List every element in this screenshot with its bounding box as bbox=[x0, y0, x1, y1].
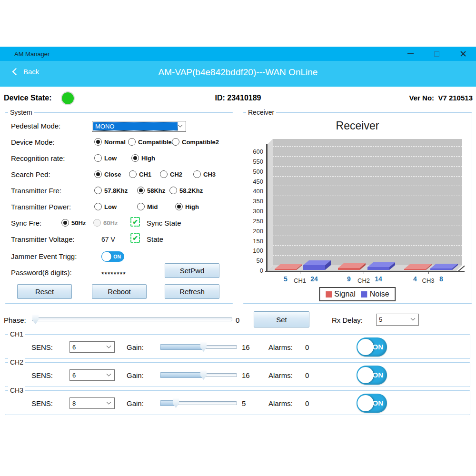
radio-search-ped-close[interactable]: Close bbox=[94, 170, 121, 178]
search-ped-label: Search Ped: bbox=[11, 170, 50, 178]
chart-back-wall bbox=[273, 139, 462, 265]
ch1-toggle[interactable]: ON bbox=[357, 337, 387, 357]
ch1-group-label: CH1 bbox=[8, 330, 25, 338]
phase-slider[interactable] bbox=[32, 314, 232, 325]
device-id: ID: 23410189 bbox=[0, 94, 476, 102]
radio-icon bbox=[193, 170, 201, 178]
radio-recognition-low[interactable]: Low bbox=[94, 154, 117, 162]
ch3-sens-select[interactable]: 8 bbox=[69, 397, 115, 409]
y-tick-label: 100 bbox=[244, 247, 263, 254]
ch2-gain-slider[interactable] bbox=[160, 370, 237, 380]
close-button[interactable] bbox=[450, 47, 476, 61]
radio-power-high[interactable]: High bbox=[175, 203, 199, 210]
ch2-sens-label: SENS: bbox=[31, 371, 53, 379]
radio-fre-58[interactable]: 58Khz bbox=[137, 187, 165, 194]
radio-device-mode-normal[interactable]: Normal bbox=[94, 138, 126, 146]
ch3-gain-slider[interactable] bbox=[160, 398, 237, 408]
radio-power-mid[interactable]: Mid bbox=[137, 203, 158, 210]
gridline bbox=[273, 216, 462, 216]
slider-thumb[interactable] bbox=[32, 315, 39, 324]
ch1-gain-slider[interactable] bbox=[160, 342, 237, 352]
x-category-label-CH1: CH1 bbox=[294, 277, 306, 284]
gridline bbox=[273, 255, 462, 256]
receiver-group: Receiver Receiver 0501001502002503003504… bbox=[243, 112, 472, 304]
radio-icon bbox=[94, 138, 102, 146]
slider-thumb[interactable] bbox=[200, 342, 207, 352]
ch3-alarms-label: Alarms: bbox=[268, 399, 293, 407]
x-value-label-Signal-CH1: 5 bbox=[284, 275, 288, 283]
transmitter-fre-label: Transmitter Fre: bbox=[11, 187, 61, 195]
gridline bbox=[273, 146, 462, 147]
radio-sync-60hz[interactable]: 60Hz bbox=[93, 219, 118, 227]
gridline bbox=[273, 196, 462, 196]
chart-left-wall bbox=[267, 139, 273, 271]
radio-device-mode-compatible2[interactable]: Compatible2 bbox=[172, 138, 219, 146]
legend-swatch-Signal bbox=[326, 291, 332, 298]
x-value-label-Signal-CH2: 9 bbox=[347, 275, 351, 283]
ch2-group: CH2 SENS: 6 Gain: 16 Alarms: 0 ON bbox=[5, 362, 470, 387]
refresh-button[interactable]: Refresh bbox=[165, 284, 219, 299]
ch2-toggle[interactable]: ON bbox=[357, 366, 387, 385]
toggle-knob bbox=[357, 339, 374, 355]
ch1-sens-select[interactable]: 6 bbox=[69, 341, 115, 353]
y-tick-label: 50 bbox=[244, 257, 263, 264]
reset-button[interactable]: Reset bbox=[17, 284, 72, 299]
ch1-alarms-value: 0 bbox=[305, 343, 309, 351]
transmitter-power-label: Transmitter Power: bbox=[11, 203, 71, 211]
status-row: Device State: ID: 23410189 Ver No: V7 21… bbox=[0, 90, 476, 108]
pedestal-mode-select[interactable]: MONO bbox=[92, 121, 186, 132]
sync-state-label: Sync State bbox=[147, 219, 181, 227]
radio-power-low[interactable]: Low bbox=[94, 203, 117, 210]
set-button[interactable]: Set bbox=[254, 311, 309, 327]
radio-sync-50hz[interactable]: 50Hz bbox=[61, 219, 86, 227]
radio-device-mode-compatible1[interactable]: Compatible1 bbox=[128, 138, 175, 146]
slider-thumb[interactable] bbox=[200, 370, 207, 380]
slider-thumb[interactable] bbox=[173, 398, 179, 408]
radio-icon bbox=[172, 138, 179, 146]
bar-front-Noise-CH1 bbox=[303, 265, 325, 270]
radio-icon bbox=[175, 203, 183, 210]
sync-state-checkbox[interactable]: ✔ bbox=[130, 217, 140, 227]
app-window: AM Manager Back AM-VAP(b4e842bddf20)---W… bbox=[0, 0, 476, 476]
phase-value: 0 bbox=[236, 316, 239, 324]
legend-label: Signal bbox=[334, 290, 355, 298]
gridline bbox=[273, 166, 462, 167]
ch2-alarms-value: 0 bbox=[305, 371, 309, 379]
state-label: State bbox=[147, 235, 163, 243]
maximize-button[interactable] bbox=[424, 47, 450, 61]
y-tick-label: 0 bbox=[244, 267, 263, 274]
setpwd-button[interactable]: SetPwd bbox=[165, 263, 219, 278]
radio-icon bbox=[160, 170, 168, 178]
check-icon: ✔ bbox=[132, 218, 138, 226]
transmitter-voltage-label: Transmitter Voltage: bbox=[11, 235, 75, 243]
jammer-toggle[interactable]: ON bbox=[101, 251, 124, 262]
maximize-icon bbox=[434, 51, 439, 57]
radio-search-ped-ch1[interactable]: CH1 bbox=[129, 170, 151, 178]
chevron-down-icon bbox=[411, 316, 416, 321]
rx-delay-select[interactable]: 5 bbox=[376, 314, 419, 326]
state-checkbox[interactable]: ✔ bbox=[130, 233, 140, 243]
radio-icon bbox=[137, 203, 145, 210]
radio-fre-57-8[interactable]: 57.8Khz bbox=[94, 187, 128, 194]
radio-icon bbox=[131, 154, 139, 162]
ch1-alarms-label: Alarms: bbox=[268, 343, 293, 351]
legend-item-Noise: Noise bbox=[361, 290, 389, 298]
radio-icon bbox=[169, 187, 177, 194]
radio-recognition-high[interactable]: High bbox=[131, 154, 155, 162]
radio-fre-58-2[interactable]: 58.2Khz bbox=[169, 187, 203, 194]
minimize-button[interactable] bbox=[397, 47, 424, 61]
reboot-button[interactable]: Reboot bbox=[92, 284, 147, 299]
slider-track[interactable] bbox=[32, 317, 232, 321]
ch2-sens-select[interactable]: 6 bbox=[69, 369, 115, 381]
ch3-toggle[interactable]: ON bbox=[357, 394, 387, 413]
radio-search-ped-ch2[interactable]: CH2 bbox=[160, 170, 182, 178]
x-axis-tick bbox=[428, 272, 429, 274]
close-icon bbox=[460, 50, 466, 57]
gridline bbox=[273, 176, 462, 177]
radio-search-ped-ch3[interactable]: CH3 bbox=[193, 170, 216, 178]
y-tick-label: 200 bbox=[244, 228, 263, 235]
radio-icon bbox=[93, 219, 101, 227]
ver-label: Ver No: bbox=[409, 94, 435, 102]
gridline bbox=[273, 226, 462, 226]
device-mode-label: Device Mode: bbox=[11, 138, 55, 146]
